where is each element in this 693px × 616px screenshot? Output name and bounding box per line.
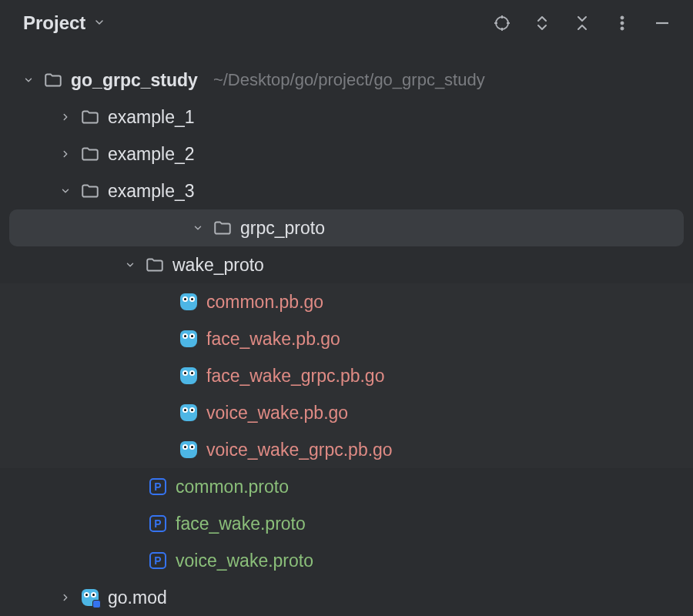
file-tree: go_grpc_study ~/Desktop/go/project/go_gr… [0, 48, 693, 616]
minimize-icon[interactable] [653, 14, 671, 32]
chevron-down-icon [123, 259, 137, 270]
tree-item-file[interactable]: P common.proto [0, 468, 693, 505]
tree-item-label: voice_wake.proto [176, 551, 313, 571]
tree-item-label: go_grpc_study [71, 70, 198, 91]
proto-file-icon: P [148, 551, 168, 571]
chevron-right-icon [59, 112, 72, 122]
tree-item-label: face_wake.proto [176, 514, 306, 534]
go-mod-icon [80, 588, 100, 608]
header-actions [493, 14, 678, 32]
tree-item-file[interactable]: P voice_wake.proto [0, 542, 693, 579]
tree-item-folder-selected[interactable]: grpc_proto [9, 209, 684, 246]
tree-item-file[interactable]: common.pb.go [0, 283, 693, 320]
svg-point-6 [621, 22, 624, 25]
chevron-right-icon [59, 592, 72, 603]
tree-item-root[interactable]: go_grpc_study ~/Desktop/go/project/go_gr… [0, 62, 693, 99]
svg-point-0 [496, 17, 508, 29]
tree-item-file[interactable]: go.mod [0, 579, 693, 616]
tree-item-label: grpc_proto [240, 218, 325, 239]
tree-item-label: wake_proto [172, 255, 264, 276]
tree-item-file[interactable]: voice_wake_grpc.pb.go [0, 431, 693, 468]
folder-icon [145, 255, 165, 275]
go-file-icon [179, 366, 199, 386]
chevron-down-icon [22, 75, 35, 85]
tree-item-label: face_wake.pb.go [206, 329, 340, 350]
tree-item-file[interactable]: face_wake.pb.go [0, 320, 693, 357]
go-file-icon [179, 292, 199, 312]
proto-file-icon: P [148, 477, 168, 497]
tree-item-folder[interactable]: wake_proto [0, 246, 693, 283]
tree-item-label: face_wake_grpc.pb.go [206, 366, 384, 387]
proto-file-icon: P [148, 514, 168, 534]
panel-title-dropdown[interactable]: Project [23, 12, 493, 34]
chevron-down-icon [191, 223, 205, 233]
chevron-right-icon [59, 149, 72, 159]
tree-item-label: example_2 [108, 144, 195, 165]
more-options-icon[interactable] [613, 14, 631, 32]
tree-item-label: voice_wake.pb.go [206, 403, 348, 424]
tree-item-label: voice_wake_grpc.pb.go [206, 440, 393, 460]
go-file-icon [179, 329, 199, 349]
tree-item-folder[interactable]: example_3 [0, 172, 693, 209]
locate-icon[interactable] [493, 14, 511, 32]
tree-item-label: example_3 [108, 181, 195, 202]
folder-icon [213, 218, 233, 238]
tree-item-label: go.mod [108, 588, 167, 608]
tree-item-file[interactable]: face_wake_grpc.pb.go [0, 357, 693, 394]
tree-item-folder[interactable]: example_1 [0, 99, 693, 136]
collapse-all-icon[interactable] [573, 14, 591, 32]
go-file-icon [179, 440, 199, 460]
tree-item-path: ~/Desktop/go/project/go_grpc_study [213, 70, 485, 90]
chevron-down-icon [93, 13, 105, 33]
folder-icon [80, 144, 100, 164]
project-panel: Project [0, 0, 693, 616]
chevron-down-icon [59, 186, 72, 196]
tree-item-label: common.pb.go [206, 292, 323, 313]
svg-point-7 [621, 27, 624, 30]
go-file-icon [179, 403, 199, 423]
panel-title: Project [23, 12, 85, 34]
folder-icon [43, 70, 63, 90]
folder-icon [80, 107, 100, 127]
tree-item-folder[interactable]: example_2 [0, 136, 693, 172]
svg-point-5 [621, 16, 624, 19]
expand-collapse-icon[interactable] [533, 14, 551, 32]
tree-item-file[interactable]: P face_wake.proto [0, 505, 693, 542]
panel-header: Project [0, 0, 693, 48]
tree-item-label: example_1 [108, 107, 195, 128]
folder-icon [80, 181, 100, 201]
tree-item-file[interactable]: voice_wake.pb.go [0, 394, 693, 431]
tree-item-label: common.proto [176, 477, 289, 497]
